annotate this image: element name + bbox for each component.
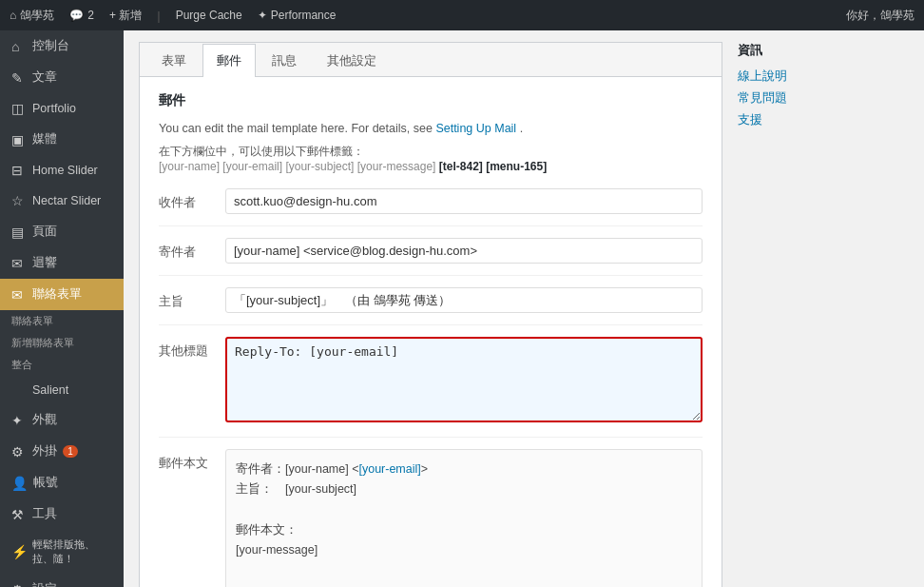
dnd-icon: ⚡ [11,544,27,559]
mail-body-row: 郵件本文 寄件者：[your-name] <[your-email]> 主旨： … [159,449,703,587]
subject-label: 主旨 [159,287,225,310]
other-headers-label: 其他標題 [159,337,225,360]
tools-icon: ⚒ [11,507,27,522]
main-content: 表單 郵件 訊息 其他設定 郵件 You can edit the mail t… [124,30,924,587]
form-panel: 表單 郵件 訊息 其他設定 郵件 You can edit the mail t… [139,42,722,587]
sidebar-item-dnd[interactable]: ⚡ 輕鬆排版拖、拉、隨！ [0,530,124,574]
recipient-row: 收件者 [159,188,703,226]
sidebar-item-users[interactable]: 👤 帳號 [0,467,124,499]
appearance-icon: ✦ [11,413,27,428]
mail-body-content: 寄件者：[your-name] <[your-email]> 主旨： [your… [225,449,703,587]
tab-form[interactable]: 表單 [147,44,201,77]
info-link-docs[interactable]: 線上說明 [738,68,909,85]
other-headers-row: 其他標題 Reply-To: [your-email] [159,337,703,438]
plugins-icon: ⚙ [11,444,27,460]
sidebar-item-tools[interactable]: ⚒ 工具 [0,499,124,530]
contact-icon: ✉ [11,287,27,303]
sidebar-item-plugins[interactable]: ⚙ 外掛 1 [0,436,124,467]
sidebar-item-contact-new[interactable]: 新增聯絡表單 [0,332,124,354]
users-icon: 👤 [11,476,28,491]
sidebar-item-contact-list[interactable]: 聯絡表單 [0,310,124,332]
sender-input[interactable] [225,238,703,264]
tab-bar: 表單 郵件 訊息 其他設定 [140,43,722,77]
mail-body-label: 郵件本文 [159,449,225,472]
user-greeting: 你好，鴿學苑 [846,8,914,24]
star-icon: ✦ [258,9,267,22]
comments-icon: ✉ [11,256,27,271]
info-link-support[interactable]: 支援 [738,112,909,128]
mail-bold-tags: [tel-842] [menu-165] [439,160,547,173]
plugins-badge: 1 [63,445,78,458]
sidebar: ⌂ 控制台 ✎ 文章 ◫ Portfolio ▣ 媒體 ⊟ Home Slide… [0,30,124,587]
comment-icon: 💬 [69,9,84,22]
admin-bar: ⌂ 鴿學苑 💬 2 + 新增 | Purge Cache ✦ Performan… [0,0,924,30]
tab-mail[interactable]: 郵件 [202,44,256,77]
media-icon: ▣ [11,132,27,147]
sidebar-item-home-slider[interactable]: ⊟ Home Slider [0,155,124,186]
recipient-label: 收件者 [159,188,225,211]
mail-tags-list: [your-name] [your-email] [your-subject] … [159,160,435,173]
sidebar-item-contact[interactable]: ✉ 聯絡表單 [0,279,124,310]
settings-icon: ⚙ [11,582,27,588]
sidebar-item-comments[interactable]: ✉ 迴響 [0,247,124,279]
sidebar-item-portfolio[interactable]: ◫ Portfolio [0,93,124,124]
sender-label: 寄件者 [159,238,225,261]
mail-section-title: 郵件 [159,92,703,109]
dashboard-icon: ⌂ [11,39,27,54]
sidebar-item-settings[interactable]: ⚙ 設定 [0,574,124,587]
info-panel: 資訊 線上說明 常見問題 支援 [738,42,909,587]
tab-other[interactable]: 其他設定 [313,44,391,77]
comments-link[interactable]: 💬 2 [69,9,94,22]
subject-input[interactable] [225,287,703,313]
purge-cache-link[interactable]: Purge Cache [176,9,242,22]
sidebar-item-appearance[interactable]: ✦ 外觀 [0,404,124,436]
subject-input-wrap [225,287,703,313]
sender-row: 寄件者 [159,238,703,276]
mail-desc: You can edit the mail template here. For… [159,119,703,138]
info-link-faq[interactable]: 常見問題 [738,90,909,107]
new-button[interactable]: + 新增 [109,8,142,24]
home-slider-icon: ⊟ [11,163,27,178]
pages-icon: ▤ [11,225,27,240]
site-home-link[interactable]: ⌂ 鴿學苑 [10,8,54,24]
sidebar-item-posts[interactable]: ✎ 文章 [0,62,124,93]
other-headers-textarea[interactable]: Reply-To: [your-email] [225,337,703,422]
recipient-input[interactable] [225,188,703,214]
sidebar-item-dashboard[interactable]: ⌂ 控制台 [0,30,124,62]
tab-messages[interactable]: 訊息 [258,44,311,77]
subject-row: 主旨 [159,287,703,325]
sidebar-item-pages[interactable]: ▤ 頁面 [0,216,124,247]
nectar-slider-icon: ☆ [11,193,27,208]
recipient-input-wrap [225,188,703,214]
sidebar-item-nectar-slider[interactable]: ☆ Nectar Slider [0,186,124,216]
info-title: 資訊 [738,42,909,59]
home-icon: ⌂ [10,9,16,22]
sender-input-wrap [225,238,703,264]
posts-icon: ✎ [11,70,27,86]
sidebar-item-contact-integrate[interactable]: 整合 [0,354,124,376]
performance-link[interactable]: ✦ Performance [258,9,337,22]
setting-up-mail-link[interactable]: Setting Up Mail [435,122,516,135]
sidebar-item-salient[interactable]: Salient [0,376,124,404]
mail-tags-row: 在下方欄位中，可以使用以下郵件標籤： [your-name] [your-ema… [159,144,703,173]
portfolio-icon: ◫ [11,101,27,116]
other-headers-input-wrap: Reply-To: [your-email] [225,337,703,425]
sidebar-item-media[interactable]: ▣ 媒體 [0,124,124,155]
